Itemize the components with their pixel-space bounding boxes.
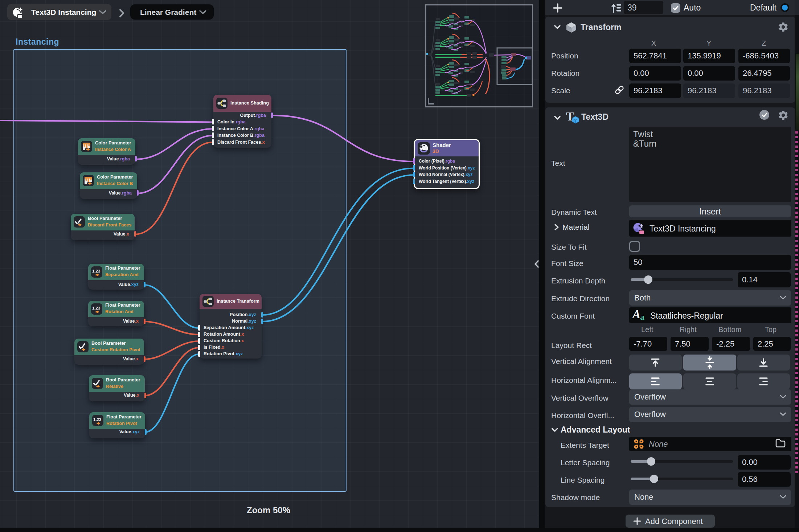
svg-text:1.23: 1.23	[92, 306, 100, 310]
svg-text:1.23: 1.23	[92, 269, 100, 273]
svg-text:1.23: 1.23	[93, 417, 101, 422]
